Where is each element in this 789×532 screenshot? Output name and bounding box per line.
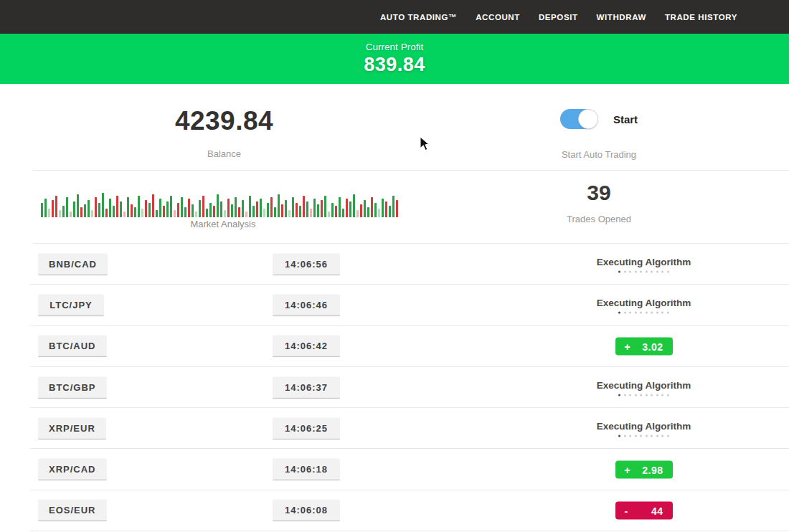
- market-bar: [256, 201, 258, 217]
- nav-account[interactable]: ACCOUNT: [476, 13, 520, 22]
- market-bar: [145, 200, 147, 217]
- market-bar: [80, 207, 82, 217]
- market-bar: [177, 203, 179, 217]
- market-bar: [303, 196, 305, 217]
- result-badge: +3.02: [615, 338, 673, 356]
- market-bar: [166, 201, 169, 217]
- market-bar: [188, 199, 190, 217]
- executing-algorithm-label: Executing Algorithm: [567, 256, 721, 267]
- pair-badge: XRP/EUR: [38, 417, 106, 440]
- time-badge: 14:06:25: [273, 417, 340, 440]
- market-bar: [378, 209, 380, 217]
- nav-auto-trading[interactable]: AUTO TRADING™: [380, 13, 457, 22]
- market-bar: [55, 196, 57, 217]
- market-bar: [224, 210, 226, 217]
- market-bar: [339, 197, 341, 217]
- market-analysis-label: Market Analysis: [41, 219, 405, 229]
- trade-row: XRP/CAD 14:06:18 +2.98: [0, 449, 789, 490]
- market-bar: [174, 210, 176, 217]
- time-badge: 14:06:18: [273, 459, 340, 481]
- pair-badge: EOS/EUR: [38, 500, 107, 522]
- market-bar: [356, 210, 359, 217]
- start-auto-trading-toggle[interactable]: [560, 109, 597, 129]
- toggle-knob: [578, 109, 598, 129]
- market-bar: [310, 209, 312, 217]
- start-auto-trading-sublabel: Start Auto Trading: [448, 149, 750, 160]
- market-bar: [181, 197, 183, 217]
- toggle-start-label: Start: [613, 113, 638, 125]
- market-bar: [281, 204, 283, 217]
- trade-row: EOS/EUR 14:06:08 -44: [0, 490, 789, 531]
- balance-label: Balance: [0, 148, 448, 159]
- market-bar: [249, 196, 251, 217]
- trade-status: -44: [567, 502, 721, 520]
- market-bar: [48, 209, 50, 217]
- progress-dots: [567, 434, 721, 437]
- market-bar: [324, 196, 326, 217]
- market-bar: [220, 201, 222, 217]
- market-bar: [109, 199, 111, 217]
- market-bar: [91, 210, 93, 217]
- market-bar: [396, 200, 398, 217]
- market-bar: [328, 212, 330, 217]
- market-bar: [313, 199, 316, 217]
- current-profit-value: 839.84: [364, 54, 425, 76]
- market-bar: [227, 199, 230, 217]
- trade-row: BTC/GBP 14:06:37 Executing Algorithm: [0, 367, 789, 408]
- market-bar: [84, 204, 86, 217]
- balance-value: 4239.84: [0, 106, 448, 136]
- market-bar: [98, 203, 100, 217]
- pair-badge: BTC/AUD: [38, 336, 107, 358]
- auto-trading-toggle-row: Start: [448, 109, 750, 129]
- market-bar: [73, 201, 75, 217]
- market-bar: [70, 212, 72, 217]
- market-bar: [364, 200, 366, 217]
- market-bar: [138, 196, 140, 217]
- time-badge: 14:06:37: [273, 376, 340, 399]
- trade-status: Executing Algorithm: [567, 379, 721, 396]
- market-bar: [296, 203, 298, 217]
- market-bar: [217, 194, 219, 217]
- market-bar: [195, 212, 197, 217]
- market-bar: [62, 206, 65, 217]
- market-bar: [331, 203, 334, 217]
- market-bar: [367, 207, 369, 217]
- nav-withdraw[interactable]: WITHDRAW: [597, 13, 646, 22]
- section-divider: [32, 170, 789, 171]
- market-bar: [66, 197, 68, 217]
- pair-badge: LTC/JPY: [38, 294, 104, 316]
- market-bar: [152, 194, 154, 217]
- market-bar: [306, 201, 308, 217]
- trades-opened-label: Trades Opened: [448, 214, 750, 224]
- executing-algorithm-label: Executing Algorithm: [567, 379, 721, 390]
- current-profit-label: Current Profit: [366, 42, 423, 52]
- market-analysis-chart: [41, 184, 405, 217]
- trade-status: Executing Algorithm: [567, 420, 721, 437]
- market-bar: [113, 206, 115, 217]
- market-bar: [231, 204, 233, 217]
- time-badge: 14:06:08: [273, 500, 340, 522]
- market-bar: [184, 207, 186, 217]
- market-bar: [141, 209, 143, 217]
- trade-status: Executing Algorithm: [567, 256, 721, 272]
- market-bar: [292, 197, 294, 217]
- pair-badge: BNB/CAD: [38, 253, 108, 275]
- market-bar: [267, 203, 269, 217]
- nav-deposit[interactable]: DEPOSIT: [539, 13, 578, 22]
- nav-trade-history[interactable]: TRADE HISTORY: [665, 13, 737, 22]
- market-bar: [392, 196, 394, 217]
- market-bar: [123, 212, 126, 217]
- market-bar: [385, 201, 387, 217]
- progress-dots: [567, 270, 721, 272]
- market-bar: [116, 196, 118, 217]
- market-bar: [148, 203, 151, 217]
- market-bar: [41, 203, 43, 217]
- trade-row: BTC/AUD 14:06:42 +3.02: [0, 326, 789, 367]
- market-bar: [88, 200, 90, 217]
- executing-algorithm-label: Executing Algorithm: [567, 297, 721, 308]
- market-bar: [288, 210, 290, 217]
- market-bar: [263, 209, 265, 217]
- market-bar: [163, 206, 165, 217]
- market-bar: [260, 199, 262, 217]
- trade-row: XRP/EUR 14:06:25 Executing Algorithm: [0, 408, 789, 449]
